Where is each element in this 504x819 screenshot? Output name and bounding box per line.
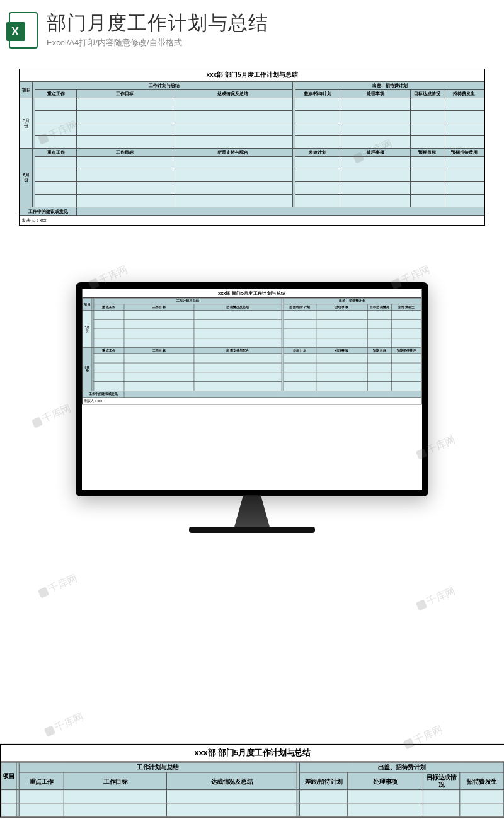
watermark: 千库网 <box>43 711 86 740</box>
spreadsheet-preview-crop: xxx部 部门5月度工作计划与总结 项目工作计划与总结出差、招待费计划 重点工作… <box>0 743 504 819</box>
monitor-base <box>189 527 315 533</box>
h-matters: 处理事项 <box>340 90 411 98</box>
watermark: 千库网 <box>415 585 458 614</box>
sheet-title: xxx部 部门5月度工作计划与总结 <box>20 69 484 81</box>
footer-label: 工作中的建议或意见 <box>20 207 77 216</box>
monitor-stand <box>230 495 274 527</box>
page-subtitle: Excel/A4打印/内容随意修改/自带格式 <box>47 37 268 49</box>
monitor-mockup: xxx部 部门5月度工作计划与总结 项目工作计划与总结出差、招待费计划 重点工作… <box>0 282 504 533</box>
h-expense: 招待费发生 <box>444 90 484 98</box>
spreadsheet: xxx部 部门5月度工作计划与总结 项目 工作计划与总结 出差、招待费计划 重点… <box>19 69 485 226</box>
watermark: 千库网 <box>37 572 80 601</box>
month-june: 6月份 <box>20 149 33 207</box>
section-plan: 工作计划与总结 <box>35 82 293 90</box>
h-result: 达成情况及总结 <box>173 90 293 98</box>
col-project: 项目 <box>20 82 33 98</box>
monitor-screen: xxx部 部门5月度工作计划与总结 项目工作计划与总结出差、招待费计划 重点工作… <box>76 282 428 496</box>
h-goal: 工作目标 <box>77 90 173 98</box>
section-expense: 出差、招待费计划 <box>295 82 484 90</box>
plan-table: 项目 工作计划与总结 出差、招待费计划 重点工作 工作目标 达成情况及总结 差旅… <box>20 81 484 216</box>
h-achieve: 目标达成情况 <box>411 90 444 98</box>
h-keywork: 重点工作 <box>35 90 77 98</box>
excel-icon <box>9 12 38 49</box>
preparer: 制表人：xxx <box>20 216 484 225</box>
page-header: 部门月度工作计划与总结 Excel/A4打印/内容随意修改/自带格式 <box>0 0 504 52</box>
spreadsheet-preview-large: xxx部 部门5月度工作计划与总结 项目 工作计划与总结 出差、招待费计划 重点… <box>19 69 485 226</box>
month-may: 5月份 <box>20 98 33 149</box>
page-title: 部门月度工作计划与总结 <box>47 11 268 35</box>
h-travel: 差旅/招待计划 <box>295 90 340 98</box>
